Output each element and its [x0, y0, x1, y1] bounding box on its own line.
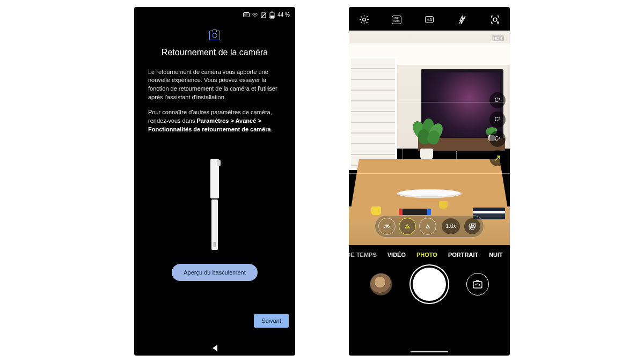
preset-c2[interactable]: C² — [489, 112, 506, 128]
viewfinder-scene — [349, 31, 510, 245]
zoom-level[interactable]: 1.0x — [442, 218, 460, 234]
onboarding-paragraph-1: Le retournement de caméra vous apporte u… — [148, 68, 281, 102]
preview-flip-button[interactable]: Aperçu du basculement — [172, 264, 258, 281]
onboarding-content: Retournement de la caméra Le retournemen… — [134, 21, 295, 282]
filter-icon[interactable] — [464, 218, 480, 234]
svg-point-1 — [254, 16, 255, 17]
preset-active[interactable] — [489, 150, 506, 166]
messages-icon — [243, 12, 250, 18]
zoom-controls: 1.0x — [375, 215, 484, 238]
mode-photo[interactable]: PHOTO — [416, 252, 437, 258]
svg-point-9 — [497, 21, 498, 23]
mode-selector[interactable]: E DE TEMPS VIDÉO PHOTO PORTRAIT NUIT — [349, 245, 510, 260]
wifi-icon — [252, 12, 258, 18]
aspect-ratio-icon[interactable]: 4:3 — [424, 14, 435, 25]
para2-suffix: . — [271, 126, 273, 132]
battery-percent: 44 % — [277, 12, 290, 18]
onboarding-paragraph-2: Pour connaître d'autres paramètres de ca… — [148, 108, 281, 134]
camera-app: HDRAUTO 4:3 HDR — [349, 7, 510, 356]
shutter-button[interactable] — [413, 268, 446, 301]
status-bar: 44 % — [134, 7, 295, 21]
mode-portrait[interactable]: PORTRAIT — [448, 252, 478, 258]
custom-preset-column: C¹ C² C³ — [489, 92, 506, 166]
zoom-ultrawide[interactable] — [378, 218, 396, 235]
svg-rect-4 — [272, 11, 273, 12]
no-sim-icon — [260, 12, 267, 18]
svg-rect-0 — [244, 12, 250, 17]
hdr-badge: HDR — [491, 35, 504, 42]
viewfinder[interactable]: HDR C¹ C² C³ 1.0x — [349, 31, 510, 245]
mode-timelapse-truncated[interactable]: E DE TEMPS — [349, 252, 377, 258]
camera-outline-icon — [209, 31, 220, 40]
preset-c3[interactable]: C³ — [489, 131, 506, 147]
home-indicator[interactable] — [411, 351, 448, 352]
nav-bar — [134, 345, 295, 351]
mode-video[interactable]: VIDÉO — [387, 252, 406, 258]
mode-night[interactable]: NUIT — [489, 252, 503, 258]
google-lens-icon[interactable] — [489, 14, 500, 25]
onboarding-screen: 44 % Retournement de la caméra Le retour… — [134, 7, 295, 356]
zoom-tele[interactable] — [419, 218, 436, 235]
next-button[interactable]: Suivant — [254, 314, 289, 328]
device-illustration — [210, 159, 219, 250]
preset-c1[interactable]: C¹ — [489, 92, 506, 108]
nav-back-icon[interactable] — [213, 345, 217, 351]
shutter-row — [349, 260, 510, 305]
hdr-icon[interactable]: HDRAUTO — [391, 14, 402, 25]
camera-top-bar: HDRAUTO 4:3 — [349, 7, 510, 31]
onboarding-title: Retournement de la caméra — [162, 48, 268, 57]
flash-off-icon[interactable] — [457, 14, 467, 25]
switch-camera-button[interactable] — [466, 273, 489, 295]
battery-icon — [269, 12, 275, 18]
svg-point-6 — [362, 18, 365, 21]
zoom-wide[interactable] — [399, 218, 416, 235]
settings-icon[interactable] — [358, 14, 369, 25]
gallery-thumbnail[interactable] — [370, 273, 392, 295]
svg-point-8 — [493, 18, 497, 21]
svg-rect-14 — [473, 282, 482, 288]
svg-rect-5 — [270, 16, 274, 18]
